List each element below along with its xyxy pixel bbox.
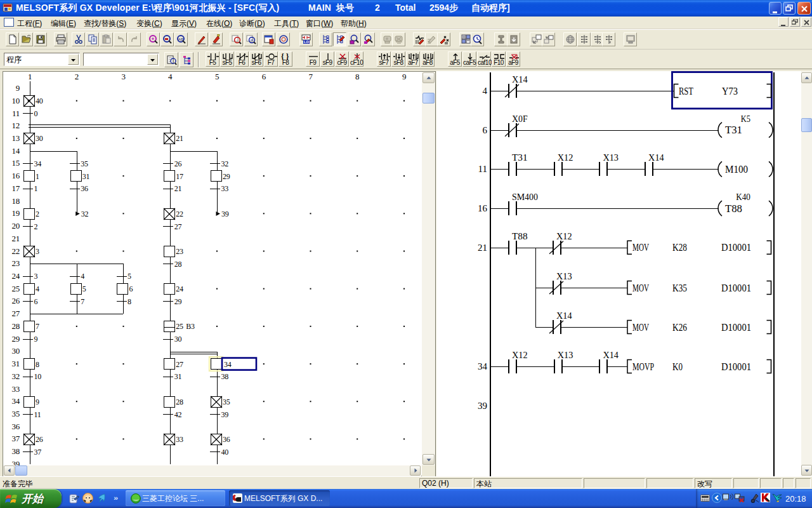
svg-text:13: 13 xyxy=(12,133,20,143)
svg-text:37: 37 xyxy=(34,448,42,457)
svg-text:32: 32 xyxy=(221,159,229,168)
svg-text:26: 26 xyxy=(174,159,182,168)
svg-text:X13: X13 xyxy=(558,349,573,360)
svg-text:29: 29 xyxy=(12,334,20,344)
svg-text:22: 22 xyxy=(12,246,20,256)
svg-text:3: 3 xyxy=(121,72,125,81)
svg-text:X12: X12 xyxy=(558,152,573,163)
svg-text:35: 35 xyxy=(81,159,88,168)
svg-text:15: 15 xyxy=(12,158,20,168)
svg-text:MOV: MOV xyxy=(632,322,649,333)
svg-text:33: 33 xyxy=(221,184,229,193)
svg-text:X14: X14 xyxy=(648,152,664,163)
svg-text:34: 34 xyxy=(12,396,20,406)
svg-text:D10001: D10001 xyxy=(721,242,751,253)
svg-text:SM400: SM400 xyxy=(512,191,538,202)
svg-text:6: 6 xyxy=(262,72,266,81)
svg-text:14: 14 xyxy=(12,146,20,156)
svg-text:5: 5 xyxy=(128,272,131,281)
svg-text:K28: K28 xyxy=(672,242,687,253)
svg-text:30: 30 xyxy=(36,134,43,143)
svg-text:31: 31 xyxy=(12,359,20,368)
svg-text:T88: T88 xyxy=(512,231,528,241)
svg-text:T88: T88 xyxy=(725,203,742,214)
svg-text:M100: M100 xyxy=(725,164,748,175)
svg-text:8: 8 xyxy=(355,72,359,81)
svg-text:B3: B3 xyxy=(186,322,195,331)
svg-text:27: 27 xyxy=(174,222,182,231)
svg-text:25: 25 xyxy=(176,322,183,331)
svg-text:39: 39 xyxy=(12,459,20,465)
svg-text:21: 21 xyxy=(176,134,183,143)
svg-text:21: 21 xyxy=(12,234,20,243)
svg-text:X14: X14 xyxy=(556,310,572,321)
svg-text:32: 32 xyxy=(81,210,89,218)
svg-text:16: 16 xyxy=(478,203,488,213)
svg-text:4: 4 xyxy=(81,272,84,281)
svg-text:X12: X12 xyxy=(512,349,528,360)
svg-text:37: 37 xyxy=(12,434,20,443)
svg-text:27: 27 xyxy=(176,360,183,369)
svg-text:24: 24 xyxy=(12,271,20,281)
svg-text:10: 10 xyxy=(12,96,20,105)
svg-text:5: 5 xyxy=(215,72,219,81)
svg-text:6: 6 xyxy=(34,297,38,306)
svg-text:34: 34 xyxy=(34,159,42,168)
svg-text:5: 5 xyxy=(82,284,86,293)
svg-text:28: 28 xyxy=(12,321,20,331)
svg-text:D10001: D10001 xyxy=(721,361,751,372)
svg-text:0: 0 xyxy=(34,109,38,118)
svg-text:30: 30 xyxy=(12,346,20,356)
svg-text:K35: K35 xyxy=(672,283,687,293)
svg-text:X13: X13 xyxy=(603,152,619,163)
svg-text:31: 31 xyxy=(174,372,182,381)
svg-text:2: 2 xyxy=(75,72,79,81)
svg-text:K26: K26 xyxy=(672,322,687,333)
svg-text:36: 36 xyxy=(81,184,88,193)
svg-text:28: 28 xyxy=(176,398,183,406)
svg-text:21: 21 xyxy=(478,243,487,253)
svg-text:25: 25 xyxy=(12,284,20,293)
svg-text:8: 8 xyxy=(36,360,39,369)
svg-text:38: 38 xyxy=(221,372,229,381)
svg-text:38: 38 xyxy=(12,446,20,456)
svg-text:33: 33 xyxy=(176,435,183,444)
svg-text:32: 32 xyxy=(12,371,20,381)
svg-text:24: 24 xyxy=(176,284,183,293)
svg-text:7: 7 xyxy=(36,322,39,331)
svg-text:18: 18 xyxy=(12,196,20,206)
svg-text:LD: LD xyxy=(304,40,310,44)
svg-text:1: 1 xyxy=(28,72,32,81)
svg-text:34: 34 xyxy=(478,361,488,371)
svg-text:40: 40 xyxy=(36,97,43,105)
svg-text:1: 1 xyxy=(34,184,38,193)
svg-text:8: 8 xyxy=(128,297,131,306)
svg-text:9: 9 xyxy=(402,72,406,81)
svg-text:29: 29 xyxy=(174,297,182,306)
svg-text:19: 19 xyxy=(12,208,20,218)
svg-text:MOV: MOV xyxy=(632,242,649,253)
svg-text:11: 11 xyxy=(34,410,41,419)
svg-text:39: 39 xyxy=(478,401,487,411)
svg-text:33: 33 xyxy=(12,384,20,394)
svg-text:27: 27 xyxy=(12,309,20,318)
svg-text:4: 4 xyxy=(168,72,173,81)
svg-text:3: 3 xyxy=(34,272,38,281)
svg-text:34: 34 xyxy=(224,360,232,369)
svg-text:17: 17 xyxy=(12,184,20,193)
svg-text:9: 9 xyxy=(16,83,20,93)
svg-text:2: 2 xyxy=(34,222,38,231)
svg-text:36: 36 xyxy=(12,422,20,431)
svg-text:MOVP: MOVP xyxy=(632,361,654,372)
svg-text:21: 21 xyxy=(174,184,182,193)
svg-text:23: 23 xyxy=(176,247,183,256)
svg-text:X0F: X0F xyxy=(512,113,528,124)
svg-text:39: 39 xyxy=(221,410,229,419)
svg-text:11: 11 xyxy=(12,109,20,118)
svg-text:6: 6 xyxy=(483,125,488,135)
svg-text:AB: AB xyxy=(178,37,183,41)
svg-text:20: 20 xyxy=(12,221,20,231)
svg-text:35: 35 xyxy=(223,398,230,406)
svg-text:X14: X14 xyxy=(603,349,619,360)
svg-text:39: 39 xyxy=(221,210,229,218)
